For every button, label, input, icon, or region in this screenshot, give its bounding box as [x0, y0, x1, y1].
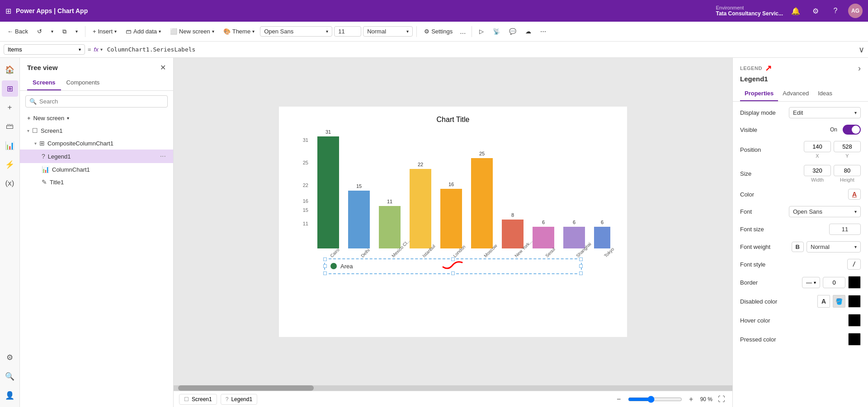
- tree-item-label: Screen1: [41, 127, 62, 134]
- zoom-in-button[interactable]: +: [686, 394, 697, 405]
- border-width-input[interactable]: [823, 277, 845, 288]
- sidebar-insert-icon[interactable]: +: [2, 99, 18, 116]
- publish-button[interactable]: ☁: [522, 26, 535, 37]
- zoom-out-button[interactable]: −: [613, 394, 624, 405]
- paste-button[interactable]: ▾: [72, 27, 81, 36]
- status-screen-button[interactable]: ☐ Screen1: [179, 394, 217, 405]
- insert-button[interactable]: + Insert ▾: [89, 26, 120, 37]
- chevron-down-icon: ▾: [406, 29, 409, 34]
- theme-button[interactable]: 🎨 Theme ▾: [220, 26, 258, 37]
- tree-close-icon[interactable]: ✕: [160, 63, 166, 72]
- size-width-input[interactable]: [804, 165, 831, 176]
- undo-dropdown-button[interactable]: ▾: [47, 27, 57, 36]
- legend-box[interactable]: Area: [324, 258, 582, 274]
- bold-button[interactable]: B: [792, 242, 804, 252]
- disabled-color-swatch[interactable]: [848, 295, 861, 308]
- property-dropdown[interactable]: Items ▾: [4, 44, 85, 55]
- tree-item-title1[interactable]: ✎ Title1: [20, 176, 173, 188]
- tab-properties[interactable]: Properties: [740, 86, 778, 101]
- sidebar-user-icon[interactable]: 👤: [2, 387, 18, 403]
- resize-handle-tl[interactable]: [323, 257, 327, 261]
- resize-handle-ml[interactable]: [323, 264, 327, 268]
- more-options-icon[interactable]: ···: [160, 152, 166, 160]
- bar-newyork: [502, 220, 524, 248]
- disabled-color-fill-button[interactable]: 🪣: [833, 295, 845, 308]
- position-x-input[interactable]: [804, 141, 831, 152]
- color-button[interactable]: A: [848, 189, 861, 200]
- more-options-icon[interactable]: ...: [458, 28, 467, 36]
- hover-color-swatch[interactable]: [848, 314, 861, 327]
- scrollbar-thumb[interactable]: [178, 385, 314, 391]
- resize-handle-bm[interactable]: [451, 271, 455, 275]
- sidebar-chart-icon[interactable]: 📊: [2, 137, 18, 154]
- sidebar-flow-icon[interactable]: ⚡: [2, 156, 18, 173]
- resize-handle-mr[interactable]: [579, 264, 583, 268]
- add-data-button[interactable]: 🗃 Add data ▾: [122, 26, 165, 37]
- broadcast-button[interactable]: 📡: [489, 26, 504, 37]
- avatar[interactable]: AG: [848, 4, 863, 18]
- expand-formula-icon[interactable]: ∨: [859, 45, 864, 55]
- more-button[interactable]: ⋯: [537, 26, 550, 37]
- fx-button[interactable]: fx ▾: [94, 46, 103, 53]
- sidebar-search-icon[interactable]: 🔍: [2, 368, 18, 384]
- size-height-input[interactable]: [834, 165, 861, 176]
- tree-item-screen1[interactable]: ▾ ☐ Screen1: [20, 124, 173, 137]
- settings-icon[interactable]: ⚙: [808, 4, 823, 18]
- font-style-selector[interactable]: Normal ▾: [363, 26, 413, 37]
- display-mode-dropdown[interactable]: Edit ▾: [789, 107, 861, 118]
- font-dropdown[interactable]: Open Sans ▾: [789, 206, 861, 217]
- border-style-button[interactable]: — ▾: [802, 277, 820, 288]
- tab-screens[interactable]: Screens: [27, 75, 61, 90]
- back-button[interactable]: ← Back: [4, 26, 32, 37]
- sidebar-data-icon[interactable]: 🗃: [2, 118, 18, 135]
- copy-button[interactable]: ⧉: [59, 26, 70, 37]
- tree-item-composite[interactable]: ▾ ⊞ CompositeColumnChart1: [20, 137, 173, 150]
- right-panel-header: LEGEND ↗ ›: [733, 58, 868, 75]
- resize-handle-br[interactable]: [579, 271, 583, 275]
- position-y-input[interactable]: [834, 141, 861, 152]
- canvas-scroll[interactable]: Chart Title 31 25 22 16 15 11: [174, 58, 732, 385]
- comment-button[interactable]: 💬: [505, 26, 520, 37]
- new-screen-button[interactable]: + New screen ▾: [20, 112, 173, 124]
- legend-dot: [330, 263, 337, 269]
- sidebar-settings-icon[interactable]: ⚙: [2, 349, 18, 365]
- formula-input[interactable]: [105, 46, 856, 53]
- font-weight-dropdown[interactable]: Normal ▾: [807, 241, 861, 253]
- help-icon[interactable]: ?: [828, 4, 843, 18]
- font-size-selector[interactable]: 11: [334, 26, 361, 37]
- tree-item-legend1[interactable]: ? Legend1 ···: [20, 150, 173, 163]
- tab-components[interactable]: Components: [61, 75, 105, 90]
- svg-text:6: 6: [601, 220, 604, 225]
- sidebar-home-icon[interactable]: 🏠: [2, 61, 18, 78]
- canvas-content: Chart Title 31 25 22 16 15 11: [174, 58, 732, 385]
- zoom-slider[interactable]: [628, 396, 682, 403]
- border-color-swatch[interactable]: [848, 276, 861, 289]
- settings-button[interactable]: ⚙ Settings: [420, 26, 456, 37]
- new-screen-button[interactable]: ⬜ New screen ▾: [166, 26, 218, 37]
- notifications-icon[interactable]: 🔔: [788, 4, 803, 18]
- italic-button[interactable]: /: [847, 259, 861, 270]
- fullscreen-icon[interactable]: ⛶: [716, 393, 727, 405]
- font-size-input[interactable]: [829, 224, 861, 235]
- sidebar-var-icon[interactable]: (x): [2, 175, 18, 192]
- expand-panel-icon[interactable]: ›: [858, 64, 861, 73]
- y-label: Y: [845, 153, 849, 159]
- resize-handle-bl[interactable]: [323, 271, 327, 275]
- resize-handle-tr[interactable]: [579, 257, 583, 261]
- tree-panel: Tree view ✕ Screens Components 🔍 + New s…: [20, 58, 174, 407]
- horizontal-scrollbar[interactable]: [174, 385, 732, 391]
- disabled-color-text-button[interactable]: A: [817, 295, 830, 308]
- sidebar-tree-icon[interactable]: ⊞: [2, 80, 18, 97]
- tab-ideas[interactable]: Ideas: [813, 86, 837, 101]
- visible-toggle[interactable]: [843, 125, 861, 135]
- pressed-color-swatch[interactable]: [848, 333, 861, 346]
- preview-button[interactable]: ▷: [476, 26, 487, 37]
- tab-advanced[interactable]: Advanced: [778, 86, 813, 101]
- font-selector[interactable]: Open Sans ▾: [260, 26, 332, 37]
- search-input[interactable]: [39, 98, 164, 105]
- tree-title: Tree view: [27, 64, 58, 71]
- status-legend-button[interactable]: ? Legend1: [221, 394, 257, 405]
- apps-grid-icon[interactable]: ⊞: [5, 7, 11, 15]
- undo-button[interactable]: ↺: [33, 26, 46, 37]
- tree-item-columnchart1[interactable]: 📊 ColumnChart1: [20, 163, 173, 176]
